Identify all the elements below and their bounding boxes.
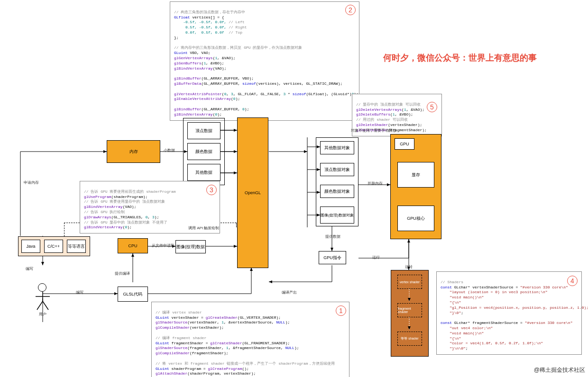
lang-other: 等等语言 <box>67 240 86 253</box>
gpu-mem: 显存 <box>397 162 434 188</box>
watermark: @稀土掘金技术社区 <box>534 366 585 374</box>
step-2-icon: 2 <box>345 5 356 15</box>
actor-label: 用户 <box>39 312 46 317</box>
gpu-core: GPU核心 <box>397 206 434 231</box>
cpu-box: CPU <box>118 238 148 253</box>
title-text: 何时夕，微信公众号：世界上有意思的事 <box>383 52 537 63</box>
gpu-cmd: GPU指令 <box>319 251 346 264</box>
step-3-icon: 3 <box>206 185 217 195</box>
tex-obj: 图像(纹理)数据对象 <box>320 206 354 224</box>
actor-icon <box>38 283 46 292</box>
gpu-label: GPU <box>395 138 414 150</box>
code-box-4: // Shaders const GLchar* vertexShaderSou… <box>436 271 582 355</box>
lang-java: Java <box>21 240 40 253</box>
color-obj: 颜色数据对象 <box>320 185 354 198</box>
texture-data: 图像(纹理)数据 <box>175 240 206 253</box>
glsl-box: GLSL代码 <box>118 287 148 302</box>
step-1-icon: 1 <box>336 305 346 316</box>
vs-box: vertex shader <box>397 275 422 289</box>
opengl-box: OpenGL <box>237 117 268 268</box>
svg-line-37 <box>37 301 43 310</box>
vertex-obj: 顶点数据对象 <box>320 163 354 176</box>
code-box-2: // 构造三角形的顶点数据，存在于内存中 GLfloat vertices[] … <box>170 1 359 121</box>
code-box-1: // 编译 vertex shader GLuint vertexShader … <box>151 302 349 377</box>
memory-box: 内存 <box>107 140 160 163</box>
other-obj: 其他数据对象 <box>320 141 354 154</box>
svg-line-38 <box>43 301 48 310</box>
step-4-icon: 4 <box>567 276 578 286</box>
lang-cpp: C/C++ <box>44 240 63 253</box>
step-5-icon: 5 <box>427 102 437 112</box>
